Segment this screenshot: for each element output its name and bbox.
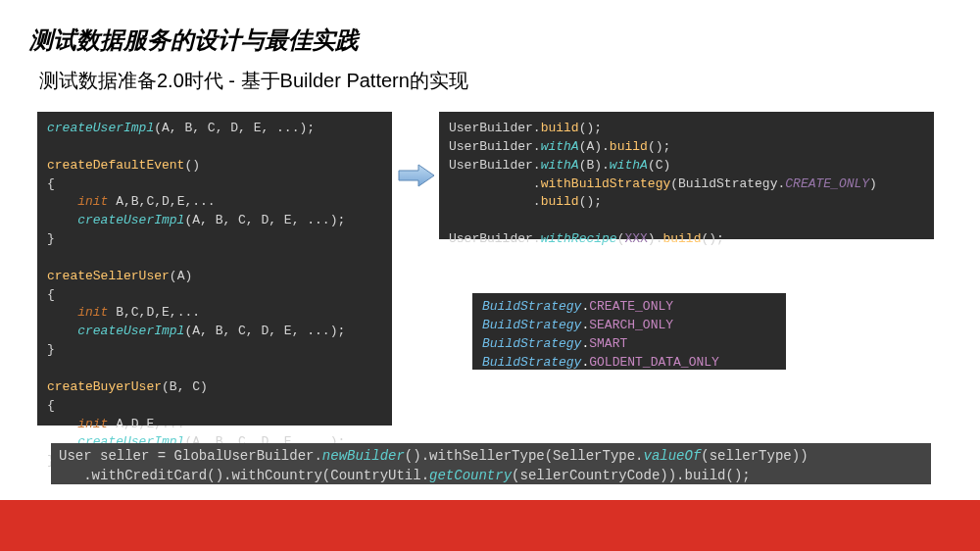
arrow-icon <box>397 163 436 188</box>
code-block-left: createUserImpl(A, B, C, D, E, ...); crea… <box>37 112 392 426</box>
slide-subtitle: 测试数据准备2.0时代 - 基于Builder Pattern的实现 <box>0 56 980 94</box>
code-block-bottom: User seller = GlobalUserBuilder.newBuild… <box>51 443 931 484</box>
code-block-right-top: UserBuilder.build(); UserBuilder.withA(A… <box>439 112 934 239</box>
footer-red-bar <box>0 500 980 551</box>
code-block-right-mid: BuildStrategy.CREATE_ONLY BuildStrategy.… <box>472 293 786 370</box>
slide-title: 测试数据服务的设计与最佳实践 <box>0 0 980 56</box>
